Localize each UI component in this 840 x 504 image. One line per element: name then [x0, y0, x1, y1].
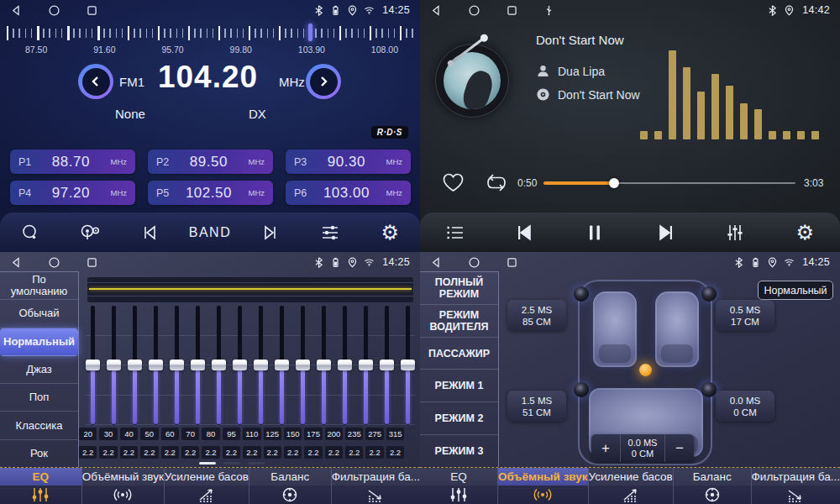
broadcast-button[interactable] [71, 216, 109, 249]
band-slider[interactable] [296, 306, 310, 425]
band-slider[interactable] [170, 306, 184, 425]
scale-label: 99.80 [230, 45, 252, 55]
band-button[interactable]: BAND [191, 216, 229, 249]
preset-jazz[interactable]: Джаз [0, 356, 78, 384]
progress-bar[interactable] [543, 176, 795, 190]
band-slider[interactable] [401, 306, 415, 425]
preset-classic[interactable]: Классика [0, 412, 78, 439]
rear-left-speaker-icon [574, 382, 589, 397]
mode-1[interactable]: РЕЖИМ 1 [420, 370, 498, 402]
tab-bass-boost[interactable]: Усиление басов [164, 468, 249, 504]
sound-tab-bar: EQ Объёмный звук Усиление басов Баланс Ф… [420, 467, 840, 504]
band-slider[interactable] [275, 306, 289, 425]
nav-recents-icon[interactable] [506, 256, 518, 269]
tab-filter[interactable]: Фильтрация ба... [751, 468, 840, 504]
nav-home-icon[interactable] [48, 4, 60, 17]
music-player-screen: 14:42 Don't Start Now Dua Lipa Don't Sta… [420, 0, 840, 252]
preset-button-1[interactable]: P188.70MHz [10, 150, 135, 174]
nav-back-icon[interactable] [10, 256, 23, 269]
band-slider[interactable] [212, 306, 226, 425]
band-slider[interactable] [380, 306, 394, 425]
bluetooth-icon [313, 5, 324, 16]
scroll-indicator[interactable] [199, 462, 265, 465]
preset-button-3[interactable]: P390.30MHz [286, 150, 411, 174]
mode-2[interactable]: РЕЖИМ 2 [420, 402, 498, 435]
tab-surround[interactable]: Объёмный звук [81, 468, 164, 504]
filter-icon [365, 486, 386, 503]
band-slider[interactable] [338, 306, 352, 425]
frequency-unit: MHz [279, 75, 305, 89]
next-track-button[interactable] [646, 216, 685, 249]
preset-custom[interactable]: Обычай [0, 300, 78, 328]
eq-preset-list: По умолчанию Обычай Нормальный Джаз Поп … [0, 271, 79, 467]
decrease-delay-button[interactable]: − [665, 434, 694, 462]
progress-thumb[interactable] [609, 178, 619, 188]
band-slider[interactable] [107, 306, 121, 425]
station-name: None [115, 107, 145, 121]
preset-button-6[interactable]: P6103.00MHz [286, 181, 411, 205]
previous-station-button[interactable] [131, 216, 170, 249]
nav-home-icon[interactable] [468, 4, 480, 17]
mode-driver[interactable]: РЕЖИМ ВОДИТЕЛЯ [420, 305, 498, 338]
tab-eq[interactable]: EQ [420, 468, 497, 504]
preset-button-2[interactable]: P289.50MHz [148, 150, 273, 174]
profile-button[interactable]: Нормальный [758, 281, 833, 300]
eq-curve-line [89, 288, 412, 290]
band-slider[interactable] [254, 306, 268, 425]
pause-button[interactable] [575, 216, 614, 249]
band-slider[interactable] [86, 306, 100, 425]
band-slider[interactable] [191, 306, 205, 425]
band-slider[interactable] [149, 306, 163, 425]
tab-surround[interactable]: Объёмный звук [497, 468, 588, 504]
preset-normal[interactable]: Нормальный [0, 328, 78, 356]
increase-delay-button[interactable]: + [591, 434, 620, 462]
preset-button-4[interactable]: P497.20MHz [10, 181, 135, 205]
previous-track-button[interactable] [506, 216, 544, 249]
elapsed-time: 0:50 [517, 177, 537, 189]
nav-recents-icon[interactable] [86, 4, 98, 17]
mode-full[interactable]: ПОЛНЫЙ РЕЖИМ [420, 272, 498, 305]
tab-filter[interactable]: Фильтрация ба... [331, 468, 420, 504]
rear-left-delay-button[interactable]: 1.5 MS 51 CM [507, 391, 566, 422]
settings-button[interactable]: ⚙ [785, 216, 824, 249]
tab-bass-boost[interactable]: Усиление басов [588, 468, 673, 504]
preset-default[interactable]: По умолчанию [0, 272, 78, 300]
focus-point[interactable] [639, 364, 652, 376]
nav-home-icon[interactable] [48, 256, 60, 269]
scan-button[interactable] [11, 216, 50, 249]
nav-home-icon[interactable] [468, 256, 480, 269]
tab-balance[interactable]: Баланс [249, 468, 331, 504]
band-slider[interactable] [128, 306, 142, 425]
front-right-delay-button[interactable]: 0.5 MS 17 CM [716, 300, 774, 331]
nav-back-icon[interactable] [430, 4, 443, 17]
nav-recents-icon[interactable] [506, 4, 518, 17]
seek-down-button[interactable] [78, 64, 113, 99]
preset-pop[interactable]: Поп [0, 384, 78, 412]
nav-back-icon[interactable] [10, 4, 23, 17]
nav-back-icon[interactable] [430, 256, 443, 269]
repeat-button[interactable] [484, 171, 509, 194]
preset-rock[interactable]: Рок [0, 440, 78, 467]
nav-recents-icon[interactable] [86, 256, 98, 269]
status-bar: 14:42 [420, 0, 840, 20]
mode-3[interactable]: РЕЖИМ 3 [420, 435, 498, 467]
favorite-button[interactable] [442, 171, 465, 194]
listening-mode-list: ПОЛНЫЙ РЕЖИМ РЕЖИМ ВОДИТЕЛЯ ПАССАЖИР РЕЖ… [420, 271, 499, 467]
progress-fill [543, 181, 614, 185]
playlist-button[interactable] [436, 216, 475, 249]
band-slider[interactable] [359, 306, 373, 425]
equalizer-button[interactable] [716, 216, 754, 249]
band-slider[interactable] [317, 306, 331, 425]
album-icon [536, 87, 550, 102]
tab-balance[interactable]: Баланс [673, 468, 751, 504]
mode-passenger[interactable]: ПАССАЖИР [420, 338, 498, 370]
preset-button-5[interactable]: P5102.50MHz [148, 181, 273, 205]
settings-button[interactable]: ⚙ [370, 216, 409, 249]
band-slider[interactable] [233, 306, 247, 425]
tab-eq[interactable]: EQ [0, 468, 81, 504]
front-left-delay-button[interactable]: 2.5 MS 85 CM [507, 300, 566, 331]
next-station-button[interactable] [250, 216, 289, 249]
equalizer-button[interactable] [311, 216, 349, 249]
rear-right-delay-button[interactable]: 0.0 MS 0 CM [716, 391, 774, 422]
seek-up-button[interactable] [306, 64, 341, 99]
